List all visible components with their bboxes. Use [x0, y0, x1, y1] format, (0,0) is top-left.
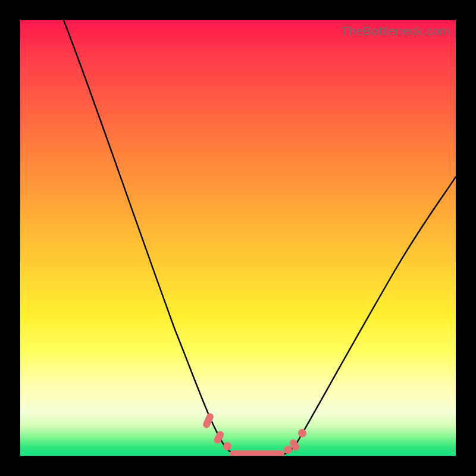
plot-area: TheBottleneck.com [20, 20, 456, 456]
chart-frame: TheBottleneck.com [0, 0, 476, 476]
curve-overlay [20, 20, 456, 456]
svg-rect-3 [230, 450, 284, 456]
svg-point-6 [298, 429, 306, 437]
left-curve [64, 20, 237, 455]
right-curve [282, 177, 456, 455]
bottom-markers [202, 412, 306, 456]
svg-point-4 [284, 446, 292, 454]
svg-rect-0 [202, 412, 215, 430]
svg-point-2 [223, 442, 231, 450]
